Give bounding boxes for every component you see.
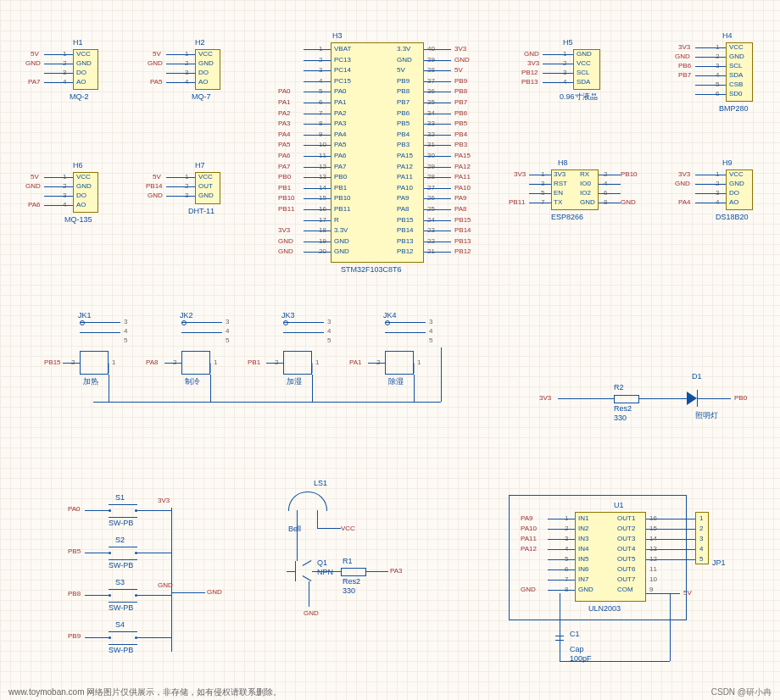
- pushbutton: [109, 589, 137, 603]
- capacitor-c1: [560, 632, 560, 644]
- pushbutton: [109, 631, 137, 645]
- resistor-r2: [614, 395, 639, 403]
- resistor-r1: [341, 568, 366, 576]
- credit: CSDN @研小冉: [711, 688, 772, 697]
- name-h1: MQ-2: [70, 93, 89, 101]
- pushbutton: [109, 547, 137, 560]
- led-d1: [687, 392, 697, 405]
- ref-h1: H1: [73, 39, 83, 47]
- schematic-canvas: { "headers":{ "h1":{"ref":"H1","name":"M…: [0, 0, 780, 700]
- watermark: www.toymoban.com 网络图片仅供展示，非存储，如有侵权请联系删除。: [8, 687, 281, 697]
- pushbutton: [109, 504, 137, 518]
